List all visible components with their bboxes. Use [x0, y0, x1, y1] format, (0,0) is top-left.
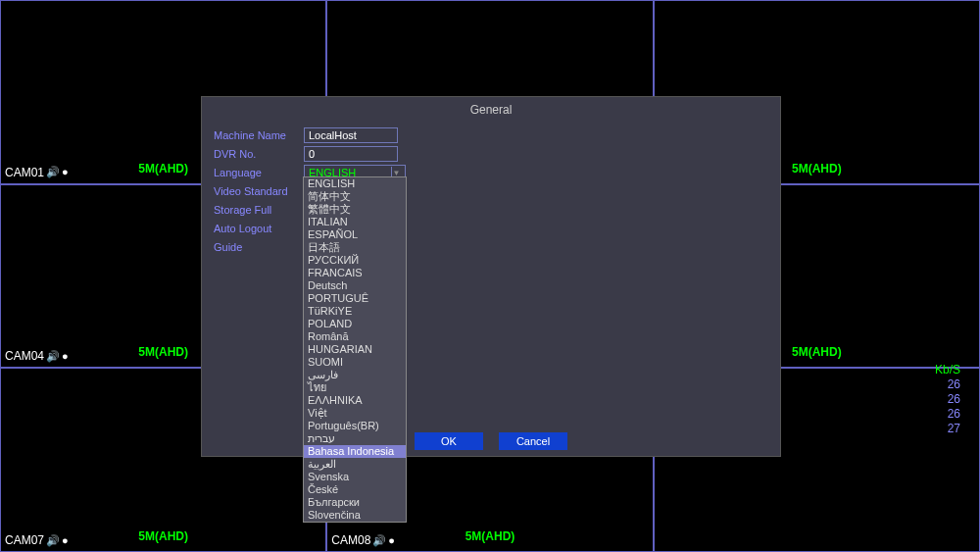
dvr-no-label: DVR No.	[214, 148, 304, 160]
language-option[interactable]: ESPAÑOL	[304, 228, 406, 241]
auto-logout-label: Auto Logout	[214, 223, 304, 234]
language-option[interactable]: РУССКИЙ	[304, 254, 406, 267]
cancel-button[interactable]: Cancel	[499, 432, 567, 450]
resolution-label: 5M(AHD)	[138, 162, 188, 176]
language-option[interactable]: Svenska	[304, 471, 406, 483]
dvr-no-input[interactable]	[304, 146, 398, 162]
language-label: Language	[214, 167, 304, 178]
language-option[interactable]: PORTUGUÊ	[304, 292, 406, 305]
video-standard-label: Video Standard	[214, 185, 304, 197]
language-option[interactable]: 日本語	[304, 241, 406, 254]
record-icon: ●	[62, 351, 69, 362]
resolution-label: 5M(AHD)	[138, 345, 188, 359]
language-option[interactable]: FRANCAIS	[304, 267, 406, 279]
resolution-label: 5M(AHD)	[792, 345, 842, 359]
machine-name-input[interactable]	[304, 127, 398, 143]
language-option[interactable]: POLAND	[304, 318, 406, 330]
speaker-icon: 🔊	[46, 535, 60, 546]
language-option[interactable]: 简体中文	[304, 190, 406, 203]
guide-label: Guide	[214, 241, 304, 253]
stats-row: 27	[935, 422, 960, 436]
dialog-title: General	[202, 97, 780, 126]
record-icon: ●	[62, 167, 69, 177]
stats-row: 26	[935, 377, 960, 392]
language-option[interactable]: ITALIAN	[304, 216, 406, 228]
language-option[interactable]: Deutsch	[304, 279, 406, 292]
camera-label: CAM01 🔊 ●	[5, 166, 69, 179]
language-option[interactable]: HUNGARIAN	[304, 343, 406, 356]
resolution-label: 5M(AHD)	[792, 162, 842, 176]
language-option[interactable]: ΕΛΛΗΝΙΚΑ	[304, 394, 406, 407]
record-icon: ●	[388, 535, 395, 546]
speaker-icon: 🔊	[46, 167, 60, 177]
language-option[interactable]: العربية	[304, 458, 406, 471]
language-option[interactable]: Română	[304, 330, 406, 343]
camera-label: CAM04 🔊 ●	[5, 349, 69, 363]
machine-name-label: Machine Name	[214, 129, 304, 141]
language-option[interactable]: Bahasa Indonesia	[304, 445, 406, 458]
storage-full-label: Storage Full	[214, 204, 304, 216]
record-icon: ●	[62, 535, 69, 546]
speaker-icon: 🔊	[46, 351, 60, 362]
language-option[interactable]: עברית	[304, 432, 406, 445]
language-option[interactable]: Български	[304, 496, 406, 509]
language-option[interactable]: SUOMI	[304, 356, 406, 369]
language-option[interactable]: ENGLISH	[304, 177, 406, 190]
language-option[interactable]: Slovenčina	[304, 509, 406, 522]
language-option[interactable]: ไทย	[304, 381, 406, 394]
stats-header: Kb/S	[935, 363, 960, 377]
language-dropdown[interactable]: ENGLISH简体中文繁體中文ITALIANESPAÑOL日本語РУССКИЙF…	[303, 176, 407, 523]
stats-row: 26	[935, 392, 960, 407]
language-option[interactable]: České	[304, 483, 406, 496]
camera-label: CAM08 🔊 ●	[331, 533, 395, 547]
bitrate-stats: Kb/S 26 26 26 27	[935, 363, 960, 436]
ok-button[interactable]: OK	[415, 432, 483, 450]
language-option[interactable]: فارسی	[304, 369, 406, 381]
camera-label: CAM07 🔊 ●	[5, 533, 69, 547]
general-settings-dialog: General Machine Name DVR No. Language EN…	[201, 96, 781, 457]
language-option[interactable]: Việt	[304, 407, 406, 420]
stats-row: 26	[935, 407, 960, 422]
language-option[interactable]: TüRKiYE	[304, 305, 406, 318]
resolution-label: 5M(AHD)	[138, 529, 188, 543]
resolution-label: 5M(AHD)	[466, 529, 515, 543]
speaker-icon: 🔊	[372, 535, 386, 546]
language-option[interactable]: 繁體中文	[304, 203, 406, 216]
language-option[interactable]: Português(BR)	[304, 420, 406, 432]
